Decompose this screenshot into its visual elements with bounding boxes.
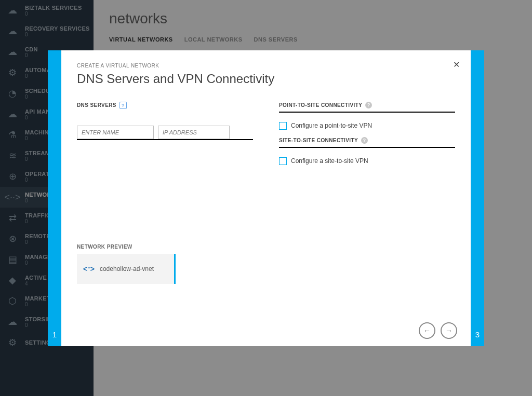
help-icon[interactable]: ? xyxy=(365,102,372,108)
wizard-step-left-number: 1 xyxy=(52,330,57,339)
wizard-body: ✕ CREATE A VIRTUAL NETWORK DNS Servers a… xyxy=(61,50,471,346)
dns-servers-label-text: DNS SERVERS xyxy=(77,102,116,108)
wizard-step-left: 1 xyxy=(48,50,61,346)
vnet-icon: <··> xyxy=(83,265,95,273)
s2s-checkbox-label: Configure a site-to-site VPN xyxy=(291,157,368,165)
s2s-label-text: SITE-TO-SITE CONNECTIVITY xyxy=(279,138,358,143)
p2s-checkbox-row[interactable]: Configure a point-to-site VPN xyxy=(279,118,455,137)
arrow-left-icon: ← xyxy=(423,326,431,335)
network-preview-label: NETWORK PREVIEW xyxy=(77,244,253,250)
s2s-label: SITE-TO-SITE CONNECTIVITY ? xyxy=(279,137,455,148)
dns-servers-label: DNS SERVERS ? xyxy=(77,102,253,109)
wizard-dialog: 1 ✕ CREATE A VIRTUAL NETWORK DNS Servers… xyxy=(48,50,484,346)
wizard-step-right-number: 3 xyxy=(475,330,480,339)
wizard-nav: ← → xyxy=(419,322,457,339)
column-connectivity: POINT-TO-SITE CONNECTIVITY ? Configure a… xyxy=(279,102,455,284)
back-button[interactable]: ← xyxy=(419,322,435,339)
s2s-checkbox-row[interactable]: Configure a site-to-site VPN xyxy=(279,153,455,172)
column-dns: DNS SERVERS ? NETWORK PREVIEW <··> codeh… xyxy=(77,102,253,284)
next-button[interactable]: → xyxy=(441,322,457,339)
dns-name-input[interactable] xyxy=(77,126,154,139)
dns-row-filler xyxy=(230,126,253,139)
p2s-label: POINT-TO-SITE CONNECTIVITY ? xyxy=(279,102,455,113)
p2s-checkbox-label: Configure a point-to-site VPN xyxy=(291,122,372,129)
wizard-title: DNS Servers and VPN Connectivity xyxy=(77,72,455,86)
dns-ip-input[interactable] xyxy=(158,126,230,139)
help-icon[interactable]: ? xyxy=(361,137,368,144)
vnet-name: codehollow-ad-vnet xyxy=(100,265,154,272)
wizard-columns: DNS SERVERS ? NETWORK PREVIEW <··> codeh… xyxy=(77,102,455,284)
close-icon: ✕ xyxy=(453,60,460,70)
checkbox-icon xyxy=(279,122,287,130)
modal-overlay: 1 ✕ CREATE A VIRTUAL NETWORK DNS Servers… xyxy=(0,0,532,396)
network-preview-box: <··> codehollow-ad-vnet xyxy=(77,254,176,284)
help-icon[interactable]: ? xyxy=(119,102,127,109)
wizard-step-right: 3 xyxy=(471,50,484,346)
checkbox-icon xyxy=(279,157,287,165)
wizard-breadcrumb: CREATE A VIRTUAL NETWORK xyxy=(77,63,455,69)
close-button[interactable]: ✕ xyxy=(451,60,461,70)
arrow-right-icon: → xyxy=(445,326,453,335)
p2s-label-text: POINT-TO-SITE CONNECTIVITY xyxy=(279,102,362,108)
dns-input-row xyxy=(77,114,253,140)
